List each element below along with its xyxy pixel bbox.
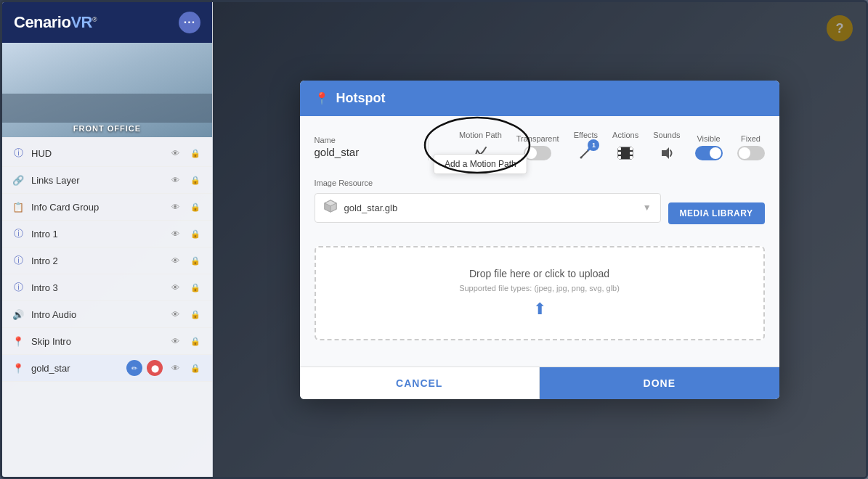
media-library-button[interactable]: MEDIA LIBRARY: [668, 202, 765, 224]
speaker-icon: [659, 146, 675, 160]
sidebar-item-gold-star[interactable]: 📍 gold_star ✏ ⬤ 👁 🔒: [2, 355, 212, 382]
intro1-icon: ⓘ: [11, 226, 25, 241]
hud-actions: 👁 🔒: [167, 145, 203, 161]
layer-name-gold-star: gold_star: [31, 363, 121, 374]
intro1-lock-btn[interactable]: 🔒: [187, 226, 203, 242]
name-field-group: Name: [315, 136, 416, 158]
sidebar-item-intro-3[interactable]: ⓘ Intro 3 👁 🔒: [2, 274, 212, 301]
hotspot-modal: 📍 Hotspot Name Motion Path: [300, 81, 779, 399]
modal-title: Hotspot: [336, 91, 386, 106]
sidebar-item-info-card-group[interactable]: 📋 Info Card Group 👁 🔒: [2, 194, 212, 221]
name-label: Name: [315, 136, 416, 144]
thumbnail-floor: [2, 94, 212, 123]
layer-name-intro1: Intro 1: [31, 229, 161, 239]
layer-name-intro-audio: Intro Audio: [31, 309, 161, 320]
info-card-icon: 📋: [11, 200, 25, 214]
svg-rect-10: [630, 147, 633, 150]
menu-button[interactable]: ···: [179, 12, 200, 33]
actions-button[interactable]: [615, 142, 636, 164]
resource-selector[interactable]: gold_star.glb ▼: [315, 193, 661, 223]
intro1-visibility-btn[interactable]: 👁: [167, 226, 183, 242]
sidebar-item-hud[interactable]: ⓘ HUD 👁 🔒: [2, 140, 212, 167]
effects-badge: 1: [588, 139, 599, 151]
gold-star-edit-btn[interactable]: ✏: [126, 360, 142, 376]
skip-intro-lock-btn[interactable]: 🔒: [187, 333, 203, 349]
intro-audio-actions: 👁 🔒: [167, 306, 203, 322]
hud-lock-btn[interactable]: 🔒: [187, 145, 203, 161]
sidebar-item-intro-audio[interactable]: 🔊 Intro Audio 👁 🔒: [2, 301, 212, 328]
fixed-toggle[interactable]: [737, 146, 765, 160]
upload-sub-text: Supported file types: (jpeg, jpg, png, s…: [330, 284, 749, 292]
sidebar-item-links-layer[interactable]: 🔗 Links Layer 👁 🔒: [2, 167, 212, 194]
toolbar-item-effects: Effects ✦ 1: [574, 131, 598, 164]
sidebar-item-intro-2[interactable]: ⓘ Intro 2 👁 🔒: [2, 247, 212, 274]
intro2-actions: 👁 🔒: [167, 253, 203, 269]
intro2-lock-btn[interactable]: 🔒: [187, 253, 203, 269]
transparent-toggle[interactable]: [524, 146, 551, 160]
intro3-icon: ⓘ: [11, 280, 25, 295]
links-lock-btn[interactable]: 🔒: [187, 172, 203, 188]
gold-star-visibility-btn[interactable]: 👁: [167, 360, 183, 376]
transparent-label: Transparent: [516, 134, 559, 143]
intro3-visibility-btn[interactable]: 👁: [167, 279, 183, 295]
svg-rect-7: [618, 147, 621, 150]
cube-icon: [324, 200, 337, 213]
toolbar-item-actions: Actions: [612, 131, 638, 164]
cancel-button[interactable]: CANCEL: [300, 367, 540, 399]
sounds-label: Sounds: [653, 131, 680, 139]
layer-name-info-card: Info Card Group: [31, 202, 161, 213]
toolbar-items: Motion Path Add a Motion Path: [459, 131, 764, 164]
links-actions: 👁 🔒: [167, 172, 203, 188]
layer-name-hud: HUD: [31, 148, 161, 159]
sounds-button[interactable]: [656, 142, 678, 164]
intro-audio-lock-btn[interactable]: 🔒: [187, 306, 203, 322]
gold-star-delete-btn[interactable]: ⬤: [147, 360, 163, 376]
sidebar-header: CenarioVR® ···: [2, 2, 212, 43]
modal-footer: CANCEL DONE: [300, 367, 779, 399]
intro3-actions: 👁 🔒: [167, 279, 203, 295]
gold-star-lock-btn[interactable]: 🔒: [187, 360, 203, 376]
toolbar-item-motion-path: Motion Path Add a Motion Path: [459, 131, 502, 164]
intro3-lock-btn[interactable]: 🔒: [187, 279, 203, 295]
actions-label: Actions: [612, 131, 638, 139]
modal-overlay: 📍 Hotspot Name Motion Path: [213, 2, 866, 477]
upload-area[interactable]: Drop file here or click to upload Suppor…: [315, 246, 765, 340]
intro-audio-icon: 🔊: [11, 307, 25, 322]
info-card-lock-btn[interactable]: 🔒: [187, 199, 203, 215]
svg-rect-8: [618, 152, 621, 155]
resource-dropdown-arrow: ▼: [643, 202, 652, 213]
hud-visibility-btn[interactable]: 👁: [167, 145, 183, 161]
image-resource-row: gold_star.glb ▼ MEDIA LIBRARY: [315, 193, 765, 234]
motion-path-label: Motion Path: [459, 131, 502, 139]
skip-intro-icon: 📍: [11, 334, 25, 348]
intro1-actions: 👁 🔒: [167, 226, 203, 242]
effects-button[interactable]: ✦ 1: [575, 142, 596, 164]
toolbar-item-visible: Visible: [695, 134, 723, 160]
name-input[interactable]: [315, 146, 416, 158]
info-card-actions: 👁 🔒: [167, 199, 203, 215]
intro2-visibility-btn[interactable]: 👁: [167, 253, 183, 269]
intro-audio-visibility-btn[interactable]: 👁: [167, 306, 183, 322]
sidebar-item-intro-1[interactable]: ⓘ Intro 1 👁 🔒: [2, 221, 212, 247]
logo-registered: ®: [92, 16, 97, 23]
gold-star-actions: ✏ ⬤ 👁 🔒: [126, 360, 203, 376]
links-visibility-btn[interactable]: 👁: [167, 172, 183, 188]
image-resource-label: Image Resource: [315, 179, 373, 187]
thumbnail-label: FRONT OFFICE: [2, 124, 212, 133]
sidebar-item-skip-intro[interactable]: 📍 Skip Intro 👁 🔒: [2, 328, 212, 355]
info-card-visibility-btn[interactable]: 👁: [167, 199, 183, 215]
visible-toggle[interactable]: [695, 146, 723, 160]
svg-point-4: [580, 156, 583, 158]
skip-intro-visibility-btn[interactable]: 👁: [167, 333, 183, 349]
svg-rect-9: [618, 156, 621, 159]
scene-thumbnail[interactable]: FRONT OFFICE: [2, 43, 212, 137]
layer-name-intro3: Intro 3: [31, 282, 161, 293]
svg-rect-11: [630, 152, 633, 155]
modal-header: 📍 Hotspot: [300, 81, 779, 116]
hotspot-header-icon: 📍: [315, 91, 329, 105]
layers-list: ⓘ HUD 👁 🔒 🔗 Links Layer 👁 🔒 📋 Info: [2, 137, 212, 477]
app-container: CenarioVR® ··· FRONT OFFICE ⓘ HUD 👁 🔒: [0, 0, 868, 479]
layer-name-skip-intro: Skip Intro: [31, 336, 161, 347]
effects-label: Effects: [574, 131, 598, 139]
done-button[interactable]: DONE: [540, 367, 779, 399]
